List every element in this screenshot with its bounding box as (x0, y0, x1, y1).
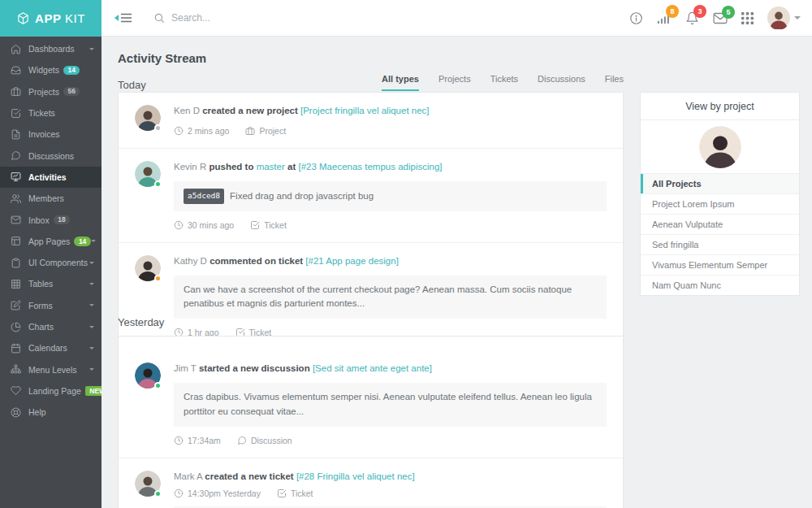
action-text: commented on ticket (209, 256, 303, 266)
project-item[interactable]: Vivamus Elementum Semper (641, 254, 799, 275)
badge: 14 (74, 237, 90, 246)
badge: 14 (63, 66, 80, 76)
sidebar-item-calendars[interactable]: Calendars (0, 337, 102, 358)
activity-item: Mark A created a new ticket [#28 Fringil… (119, 458, 623, 508)
activity-item: Kevin R pushed to master at [#23 Maecena… (119, 148, 623, 242)
sidebar-item-menu-levels[interactable]: Menu Levels (0, 358, 102, 380)
users-icon (11, 193, 21, 204)
activity-card-today: Ken D created a new project [Project fri… (118, 92, 624, 350)
comment-box: Cras dapibus. Vivamus elementum semper n… (174, 383, 607, 427)
project-item[interactable]: Nam Quam Nunc (641, 275, 799, 295)
timestamp: 30 mins ago (188, 220, 234, 230)
sidebar-item-forms[interactable]: Forms (0, 295, 102, 316)
activity-link[interactable]: [#23 Maecenas tempus adipiscing] (298, 162, 442, 172)
activity-card-yesterday: Jim T started a new discussion [Sed sit … (118, 336, 624, 508)
avatar (135, 105, 161, 131)
sitemap-icon (11, 364, 21, 375)
life-buoy-icon (11, 407, 21, 418)
sidebar-toggle-button[interactable] (114, 13, 132, 23)
stats-badge: 8 (666, 5, 679, 18)
stats-button[interactable]: 8 (657, 11, 672, 24)
sidebar-item-widgets[interactable]: Widgets14 (0, 59, 102, 80)
page-title: Activity Stream (118, 51, 206, 65)
activity-item: Jim T started a new discussion [Sed sit … (119, 336, 623, 458)
ticket-icon (277, 488, 287, 498)
status-dot (154, 382, 162, 389)
panel-title: View by project (641, 93, 799, 120)
grid-icon (741, 12, 754, 24)
user-menu[interactable] (767, 7, 801, 29)
layout-icon (11, 236, 21, 246)
action-text: created a new project (202, 106, 298, 115)
chevron-down-icon (89, 326, 94, 328)
tab-tickets[interactable]: Tickets (490, 74, 518, 91)
sidebar-item-projects[interactable]: Projects56 (0, 81, 102, 102)
home-icon (11, 44, 21, 54)
avatar (135, 471, 161, 497)
cube-icon (16, 11, 30, 25)
sidebar-item-ui-components[interactable]: UI Components (0, 252, 102, 273)
project-item[interactable]: Sed fringilla (641, 234, 799, 254)
branch-link[interactable]: master (257, 162, 285, 172)
activity-type: Ticket (291, 488, 313, 498)
sidebar-item-landing-page[interactable]: Landing PageNEW (0, 380, 102, 402)
comment-box: Can we have a screenshot of the current … (174, 276, 607, 319)
sidebar-item-invoices[interactable]: Invoices (0, 124, 102, 145)
sidebar-item-inbox[interactable]: Inbox18 (0, 209, 102, 230)
apps-grid-button[interactable] (741, 12, 754, 24)
sidebar-item-dashboards[interactable]: Dashboards (0, 38, 102, 59)
activity-type: Ticket (264, 220, 287, 230)
inbox-icon (11, 65, 21, 76)
chevron-down-icon (89, 347, 94, 350)
activity-link[interactable]: [#21 App page design] (305, 256, 398, 266)
caret-down-icon (794, 16, 801, 20)
calendar-icon (11, 343, 21, 354)
commit-box: a5dced8Fixed drag and drop javascript bu… (174, 181, 607, 211)
sidebar-item-tickets[interactable]: Tickets (0, 102, 102, 124)
tab-files[interactable]: Files (605, 74, 624, 91)
project-item-all[interactable]: All Projects (641, 173, 799, 193)
sidebar-item-charts[interactable]: Charts (0, 316, 102, 337)
info-icon (629, 11, 643, 25)
sidebar-item-app-pages[interactable]: App Pages14 (0, 231, 102, 252)
avatar (135, 363, 161, 389)
action-text: created a new ticket (205, 471, 293, 481)
project-item[interactable]: Aenean Vulputate (641, 214, 799, 234)
activity-link[interactable]: [Project fringilla vel aliquet nec] (300, 106, 430, 115)
info-button[interactable] (629, 11, 643, 25)
action-text: pushed to (209, 162, 253, 172)
messages-button[interactable]: 5 (713, 12, 728, 24)
sidebar: Dashboards Widgets14 Projects56 Tickets … (0, 37, 102, 508)
sidebar-item-tables[interactable]: Tables (0, 273, 102, 294)
pie-chart-icon (11, 322, 21, 332)
timestamp: 2 mins ago (188, 126, 229, 136)
tab-projects[interactable]: Projects (438, 74, 471, 91)
arrow-left-icon (114, 15, 119, 21)
chevron-down-icon (89, 48, 94, 50)
briefcase-icon (11, 86, 21, 97)
tab-all-types[interactable]: All types (382, 74, 419, 91)
activity-link[interactable]: [#28 Fringilla vel aliquet nec] (296, 471, 415, 481)
user-name: Mark A (174, 471, 202, 481)
check-square-icon (11, 108, 21, 119)
file-text-icon (11, 129, 21, 140)
activity-link[interactable]: [Sed sit amet ante eget ante] (313, 363, 432, 373)
table-icon (11, 279, 21, 289)
tab-discussions[interactable]: Discussions (538, 74, 585, 91)
edit-icon (11, 300, 21, 310)
clock-icon (174, 436, 184, 445)
sidebar-item-members[interactable]: Members (0, 188, 102, 209)
search (153, 12, 293, 24)
chevron-down-icon (91, 240, 96, 242)
commit-message: Fixed drag and drop javascript bug (230, 191, 374, 201)
project-item[interactable]: Project Lorem Ipsum (641, 193, 799, 214)
search-input[interactable] (171, 12, 293, 24)
chevron-down-icon (89, 262, 94, 264)
briefcase-icon (245, 126, 255, 136)
timestamp: 17:34am (188, 436, 221, 445)
sidebar-item-help[interactable]: Help (0, 402, 102, 423)
sidebar-item-activities[interactable]: Activities (0, 167, 102, 188)
notifications-button[interactable]: 3 (685, 11, 699, 25)
sidebar-item-discussions[interactable]: Discussions (0, 145, 102, 166)
app-logo: APP KIT (0, 0, 102, 37)
